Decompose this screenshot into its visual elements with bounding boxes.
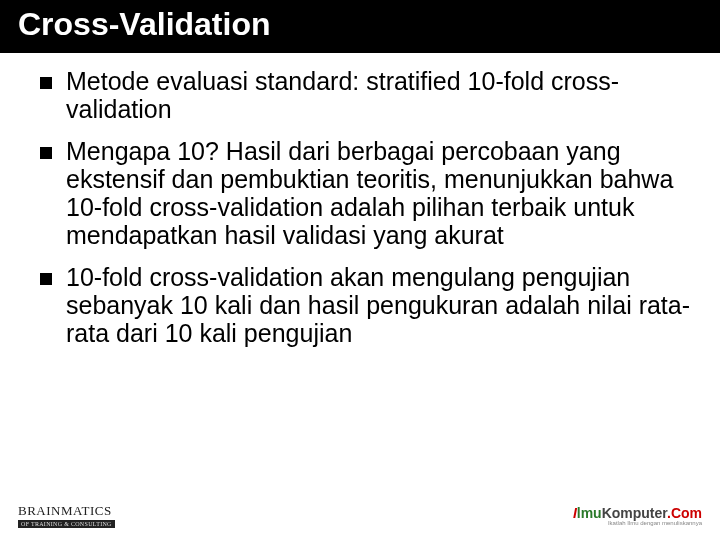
bullet-text: Mengapa 10? Hasil dari berbagai percobaa…: [66, 137, 692, 249]
brand-part: lmu: [577, 505, 602, 521]
footer-brand-left: BRAINMATICS OF TRAINING & CONSULTING: [18, 504, 115, 528]
brand-part: Komputer: [602, 505, 667, 521]
slide-body: Metode evaluasi standard: stratified 10-…: [0, 53, 720, 347]
bullet-icon: [40, 147, 52, 159]
slide-title: Cross-Validation: [0, 0, 720, 53]
slide-footer: BRAINMATICS OF TRAINING & CONSULTING Ilm…: [0, 498, 720, 532]
list-item: Metode evaluasi standard: stratified 10-…: [40, 67, 692, 123]
brand-right-name: IlmuKomputer.Com: [573, 506, 702, 520]
list-item: 10-fold cross-validation akan mengulang …: [40, 263, 692, 347]
list-item: Mengapa 10? Hasil dari berbagai percobaa…: [40, 137, 692, 249]
bullet-text: Metode evaluasi standard: stratified 10-…: [66, 67, 692, 123]
bullet-icon: [40, 77, 52, 89]
brand-left-name: BRAINMATICS: [18, 504, 115, 517]
footer-brand-right: IlmuKomputer.Com Ikatlah Ilmu dengan men…: [573, 506, 702, 526]
brand-left-tagline: OF TRAINING & CONSULTING: [18, 520, 115, 528]
bullet-icon: [40, 273, 52, 285]
bullet-text: 10-fold cross-validation akan mengulang …: [66, 263, 692, 347]
brand-part: .Com: [667, 505, 702, 521]
